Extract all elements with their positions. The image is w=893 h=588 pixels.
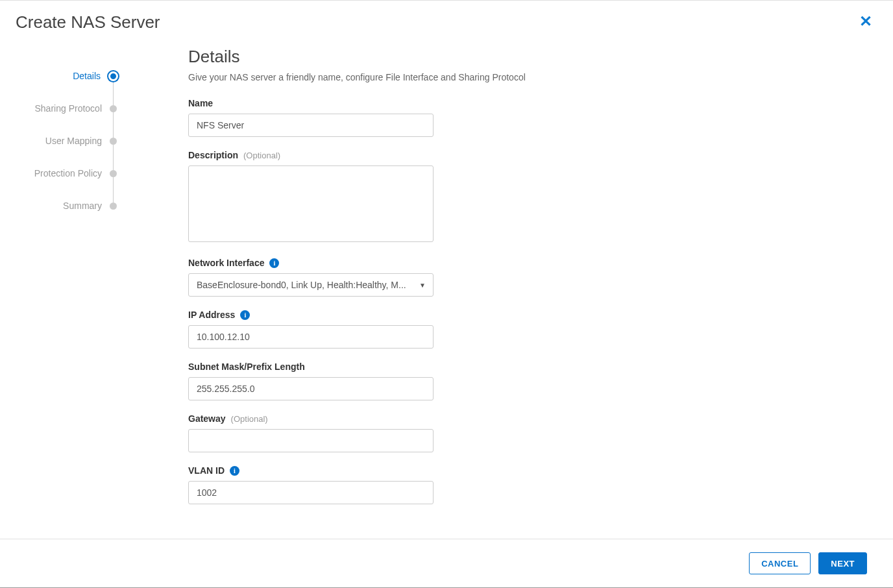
network-interface-value[interactable]: BaseEnclosure-bond0, Link Up, Health:Hea… <box>188 273 434 297</box>
field-ip-address: IP Address i <box>188 310 867 349</box>
modal-title: Create NAS Server <box>16 12 160 32</box>
cancel-button[interactable]: CANCEL <box>749 552 811 574</box>
step-dot-icon <box>108 71 118 81</box>
subnet-input[interactable] <box>188 377 434 400</box>
panel-heading: Details <box>188 47 867 67</box>
ip-address-label: IP Address i <box>188 310 867 320</box>
step-dot-icon <box>110 202 117 210</box>
description-label-text: Description <box>188 150 238 160</box>
info-icon[interactable]: i <box>240 310 250 320</box>
info-icon[interactable]: i <box>269 258 279 268</box>
info-icon[interactable]: i <box>230 466 239 476</box>
network-interface-label: Network Interface i <box>188 258 867 268</box>
step-label: User Mapping <box>45 136 102 146</box>
field-network-interface: Network Interface i BaseEnclosure-bond0,… <box>188 258 867 297</box>
step-user-mapping[interactable]: User Mapping <box>0 125 123 157</box>
step-label: Summary <box>63 201 102 211</box>
description-input[interactable] <box>188 165 434 242</box>
subnet-label: Subnet Mask/Prefix Length <box>188 361 867 372</box>
step-sharing-protocol[interactable]: Sharing Protocol <box>0 92 123 125</box>
optional-tag: (Optional) <box>231 414 268 424</box>
vlan-input[interactable] <box>188 481 434 504</box>
field-description: Description (Optional) <box>188 150 867 245</box>
field-gateway: Gateway (Optional) <box>188 413 867 452</box>
close-icon[interactable]: ✕ <box>854 12 877 31</box>
step-dot-icon <box>110 170 117 177</box>
network-interface-select[interactable]: BaseEnclosure-bond0, Link Up, Health:Hea… <box>188 273 434 297</box>
step-summary[interactable]: Summary <box>0 190 123 222</box>
modal-header: Create NAS Server ✕ <box>0 1 893 40</box>
ip-address-label-text: IP Address <box>188 310 235 320</box>
gateway-input[interactable] <box>188 429 434 452</box>
next-button[interactable]: NEXT <box>818 552 867 574</box>
optional-tag: (Optional) <box>243 151 280 160</box>
name-input[interactable] <box>188 114 434 137</box>
step-label: Protection Policy <box>34 168 102 178</box>
field-name: Name <box>188 98 867 137</box>
step-dot-icon <box>110 138 117 145</box>
field-vlan: VLAN ID i <box>188 465 867 504</box>
wizard-stepper: Details Sharing Protocol User Mapping Pr… <box>0 40 123 539</box>
gateway-label: Gateway (Optional) <box>188 413 867 424</box>
ip-address-input[interactable] <box>188 325 434 349</box>
create-nas-server-modal: Create NAS Server ✕ Details Sharing Prot… <box>0 0 893 588</box>
field-subnet: Subnet Mask/Prefix Length <box>188 361 867 400</box>
panel-subtitle: Give your NAS server a friendly name, co… <box>188 72 867 82</box>
vlan-label-text: VLAN ID <box>188 465 225 476</box>
name-label: Name <box>188 98 867 108</box>
vlan-label: VLAN ID i <box>188 465 867 476</box>
details-panel: Details Give your NAS server a friendly … <box>123 40 893 539</box>
step-details[interactable]: Details <box>0 60 123 92</box>
step-protection-policy[interactable]: Protection Policy <box>0 157 123 190</box>
gateway-label-text: Gateway <box>188 413 226 424</box>
step-label: Details <box>73 71 101 81</box>
step-label: Sharing Protocol <box>34 103 102 114</box>
modal-footer: CANCEL NEXT <box>0 539 893 588</box>
modal-body: Details Sharing Protocol User Mapping Pr… <box>0 40 893 539</box>
network-interface-label-text: Network Interface <box>188 258 264 268</box>
description-label: Description (Optional) <box>188 150 867 160</box>
step-dot-icon <box>110 105 117 112</box>
